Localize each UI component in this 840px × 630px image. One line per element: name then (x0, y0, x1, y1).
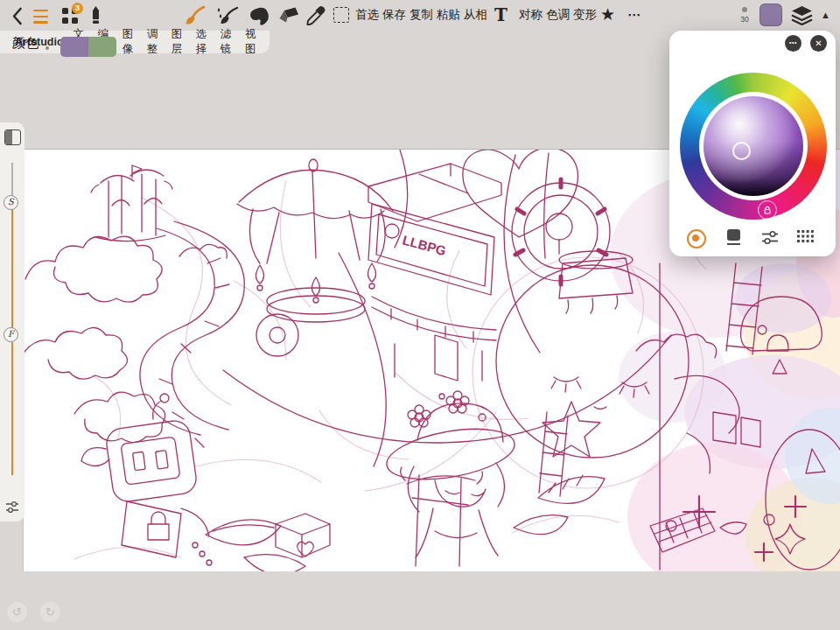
sliders-mode-button[interactable] (761, 230, 779, 248)
marquee-icon (333, 7, 349, 23)
smudge-icon (249, 5, 270, 26)
from-photos-button[interactable]: 从相 (464, 0, 487, 30)
brush-size-indicator[interactable]: 30 (735, 7, 754, 24)
artwork-sign-text: LLBPG (401, 232, 448, 258)
paintbrush-icon (184, 5, 206, 26)
layers-button[interactable] (790, 5, 814, 25)
active-color-swatch[interactable] (760, 4, 782, 26)
back-button[interactable] (10, 5, 24, 26)
wheel-mode-button[interactable] (687, 229, 706, 248)
size-slider-track-fill[interactable] (11, 203, 13, 328)
eraser-tool[interactable] (277, 6, 299, 24)
padlock-icon (763, 206, 772, 214)
collapse-toolbar-button[interactable]: ▲ (821, 0, 830, 30)
flow-slider-knob[interactable]: F (4, 327, 18, 342)
wet-brush-tool[interactable] (216, 5, 239, 26)
dot-grid-icon (797, 230, 814, 243)
preset-button[interactable]: 首选 (355, 0, 379, 30)
text-tool[interactable]: T (494, 0, 508, 30)
chevron-left-icon (10, 6, 24, 26)
layers-icon (790, 5, 814, 25)
sketch-underlayer (74, 180, 706, 559)
swatch-mode-button[interactable] (727, 229, 740, 245)
apps-button[interactable]: 3 (62, 8, 78, 24)
pen-icon (91, 5, 101, 25)
menu-item-adjust[interactable]: 调整 (147, 27, 164, 57)
color-swatch-pair[interactable] (60, 37, 116, 57)
pen-button[interactable] (91, 5, 101, 25)
brush-size-value: 30 (735, 15, 754, 24)
symmetry-button[interactable]: 对称 (519, 0, 542, 30)
eraser-icon (277, 6, 299, 24)
selection-tool[interactable] (333, 7, 349, 23)
menu-item-image[interactable]: 图像 (122, 27, 140, 57)
tone-button[interactable]: 色调 (546, 0, 570, 30)
color-panel-close-button[interactable]: ✕ (810, 35, 827, 52)
color-panel-title: 颜色 (12, 35, 38, 52)
favorites-button[interactable]: ★ (600, 0, 615, 30)
menu-item-view[interactable]: 视图 (245, 27, 262, 57)
menu-item-select[interactable]: 选择 (196, 27, 214, 57)
menu-item-filter[interactable]: 滤镜 (220, 27, 238, 57)
color-panel-more-button[interactable]: ••• (785, 35, 802, 52)
eyedropper-icon (305, 4, 326, 26)
menu-button[interactable] (33, 8, 48, 25)
transform-button[interactable]: 变形 (573, 0, 597, 30)
wet-brush-icon (216, 5, 239, 26)
app-window: 3 (0, 0, 840, 630)
copy-button[interactable]: 复制 (410, 0, 433, 30)
flow-slider-track-fill[interactable] (11, 342, 13, 475)
redo-button[interactable]: ↻ (40, 602, 60, 622)
menu-bar: Artstudio 文件 编辑 图像 调整 图层 选择 滤镜 视图 (0, 31, 270, 53)
saturation-brightness-ball[interactable] (704, 96, 803, 196)
hue-lock-handle[interactable] (758, 200, 777, 220)
sliders-icon (5, 500, 19, 514)
save-button[interactable]: 保存 (382, 0, 406, 30)
square-underline-icon (727, 243, 740, 246)
more-tools-button[interactable]: ⋯ (627, 0, 641, 30)
split-square-icon (5, 130, 12, 144)
target-circle-icon (687, 229, 706, 248)
palette-mode-button[interactable] (797, 230, 814, 247)
undo-button[interactable]: ↺ (7, 602, 27, 622)
notification-badge: 3 (72, 3, 83, 14)
adjustments-button[interactable] (5, 500, 19, 517)
primary-color-swatch[interactable] (60, 37, 88, 57)
hue-ring[interactable] (680, 73, 827, 220)
filled-square-icon (727, 229, 740, 241)
color-selector-handle[interactable] (732, 142, 751, 160)
smudge-tool[interactable] (249, 5, 270, 26)
left-slider-bar: S F (0, 122, 24, 522)
color-panel-title-dot (46, 46, 49, 50)
sliders-mode-icon (761, 230, 779, 245)
secondary-color-swatch[interactable] (88, 37, 116, 57)
paste-button[interactable]: 粘贴 (437, 0, 460, 30)
size-slider-knob[interactable]: S (4, 195, 18, 210)
brush-size-dot-icon (742, 7, 747, 12)
sidebar-toggle-button[interactable] (4, 130, 21, 145)
eyedropper-tool[interactable] (305, 4, 326, 26)
menu-item-layer[interactable]: 图层 (172, 27, 189, 57)
paint-brush-tool[interactable] (184, 5, 206, 26)
